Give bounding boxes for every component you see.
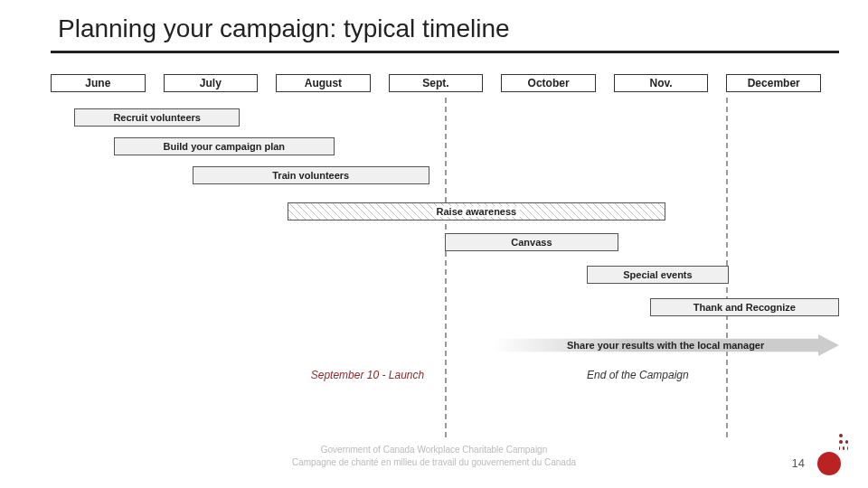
page-title: Planning your campaign: typical timeline xyxy=(0,0,868,51)
month-october: October xyxy=(501,74,596,92)
month-august: August xyxy=(276,74,371,92)
launch-line xyxy=(445,98,447,437)
bar-events: Special events xyxy=(587,266,729,284)
bar-awareness-label: Raise awareness xyxy=(433,206,521,217)
bar-plan: Build your campaign plan xyxy=(114,137,335,155)
campaign-logo-icon xyxy=(817,452,841,475)
footer-line2: Campagne de charité en milieu de travail… xyxy=(0,456,868,468)
month-december: December xyxy=(726,74,821,92)
note-end: End of the Campaign xyxy=(587,369,689,381)
page-number: 14 xyxy=(792,456,805,470)
bar-share: Share your results with the local manage… xyxy=(492,334,839,356)
corner-dots-icon xyxy=(839,434,848,450)
bar-recruit: Recruit volunteers xyxy=(74,108,240,127)
bar-thank: Thank and Recognize xyxy=(650,298,839,316)
bar-canvass: Canvass xyxy=(445,233,618,251)
bar-train: Train volunteers xyxy=(193,166,429,184)
month-axis: June July August Sept. October Nov. Dece… xyxy=(51,74,839,99)
note-launch: September 10 - Launch xyxy=(311,369,424,381)
bar-awareness: Raise awareness xyxy=(288,202,666,221)
month-july: July xyxy=(164,74,259,92)
footer-line1: Government of Canada Workplace Charitabl… xyxy=(0,444,868,455)
title-rule xyxy=(51,51,839,53)
month-june: June xyxy=(51,74,146,92)
month-sept: Sept. xyxy=(389,74,484,92)
month-nov: Nov. xyxy=(614,74,709,92)
timeline-chart: June July August Sept. October Nov. Dece… xyxy=(51,74,839,434)
bar-share-label: Share your results with the local manage… xyxy=(567,340,764,351)
